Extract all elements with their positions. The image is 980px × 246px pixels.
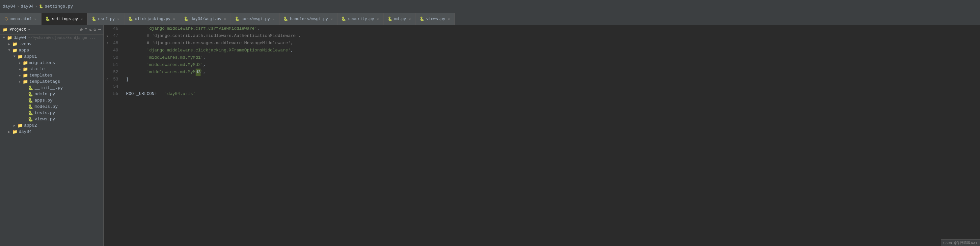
expand-arrow[interactable]: ▶ [17,73,22,77]
breadcrumb-file: 🐍 settings.py [39,4,73,9]
sidebar-item-label: day04 [19,129,32,134]
tab-close-button[interactable]: ✕ [34,16,37,22]
tab-close-button[interactable]: ✕ [376,16,379,22]
tab-clickjacking-py[interactable]: 🐍 clickjacking.py ✕ [124,13,180,25]
tab-close-button[interactable]: ✕ [330,16,333,22]
py-file-icon: 🐍 [45,17,50,21]
expand-arrow[interactable]: ▶ [6,130,12,134]
tab-label: settings.py [52,17,78,21]
folder-icon: 📁 [12,42,18,46]
sidebar-item-label: tests.py [35,110,55,115]
tab-views-py[interactable]: 🐍 views.py ✕ [415,13,455,25]
tab-close-button[interactable]: ✕ [272,16,275,22]
tab-close-button[interactable]: ✕ [117,16,120,22]
sort-icon[interactable]: ⇅ [89,27,92,32]
py-file-icon: 🐍 [283,17,288,21]
sidebar-item-day04[interactable]: ▼ 📁 day04 ~/PycharmProjects/5x_django_..… [0,35,103,41]
code-line-53: ] [126,76,980,83]
expand-arrow[interactable]: ▼ [6,48,12,52]
code-line-54 [126,83,980,90]
py-file-icon: 🐍 [28,92,33,97]
sidebar-item-tests-py[interactable]: 🐍 tests.py [0,110,103,116]
tab-close-button[interactable]: ✕ [80,16,83,22]
py-file-icon: 🐍 [28,86,33,90]
sidebar-item-views-py[interactable]: 🐍 views.py [0,116,103,122]
tab-handlers-wsgi-py[interactable]: 🐍 handlers/wsgi.py ✕ [280,13,337,25]
folder-icon: 📁 [22,61,28,65]
expand-arrow[interactable]: ▼ [1,36,6,40]
tab-settings-py[interactable]: 🐍 settings.py ✕ [41,13,88,25]
code-editor[interactable]: 46 47◇ 48◇ 49 50 51 52 53◇ 54 55 'django… [104,25,980,246]
tab-core-wsgi-py[interactable]: 🐍 core/wsgi.py ✕ [231,13,279,25]
expand-arrow[interactable]: ▼ [12,55,17,58]
sidebar-item-label: static [29,67,45,72]
sidebar-item-app02[interactable]: ▶ 📁 app02 [0,122,103,129]
sidebar-item-admin-py[interactable]: 🐍 admin.py [0,91,103,97]
tab-close-button[interactable]: ✕ [408,16,411,22]
line-num-49: 49 [104,47,121,54]
line-num-54: 54 [104,83,121,90]
sidebar-item-label: app01 [24,54,37,59]
project-icon: 📁 [3,27,8,32]
tab-bar: ⬡ menu.html ✕ 🐍 settings.py ✕ 🐍 csrf.py … [0,13,980,25]
sidebar-item-label: apps [19,48,29,53]
tab-md-py[interactable]: 🐍 md.py ✕ [383,13,415,25]
sidebar: 📁 Project ▼ ⊕ ≡ ⇅ ⚙ — ▼ 📁 day04 ~/Pychar… [0,25,104,246]
sidebar-item-apps[interactable]: ▼ 📁 apps [0,47,103,53]
breadcrumb-day04-2: day04 [21,4,33,9]
main-layout: 📁 Project ▼ ⊕ ≡ ⇅ ⚙ — ▼ 📁 day04 ~/Pychar… [0,25,980,246]
code-line-50: 'middlewares.md.MyMd1', [126,54,980,61]
tab-close-button[interactable]: ✕ [223,16,227,22]
tab-label: clickjacking.py [135,17,170,21]
sidebar-item-templatetags[interactable]: ▶ 📁 templatetags [0,78,103,85]
chevron-down-icon[interactable]: ▼ [28,28,30,32]
folder-icon: 📁 [6,36,13,40]
sidebar-item-label: __init__.py [35,85,63,90]
folder-icon: 📁 [12,129,18,134]
tab-menu-html[interactable]: ⬡ menu.html ✕ [0,13,41,25]
tab-close-button[interactable]: ✕ [173,16,176,22]
tab-close-button[interactable]: ✕ [447,16,450,22]
line-num-47: 47◇ [104,32,121,40]
sidebar-item-apps-py[interactable]: 🐍 apps.py [0,97,103,104]
breadcrumb-file-icon: 🐍 [39,4,43,9]
sidebar-item-label: templates [29,73,52,78]
locate-icon[interactable]: ⊕ [80,27,83,32]
breadcrumb-day04: day04 [3,4,16,9]
expand-arrow[interactable]: ▶ [17,67,22,71]
py-file-icon: 🐍 [129,17,133,21]
code-line-48: # 'django.contrib.messages.middleware.Me… [126,40,980,47]
expand-arrow[interactable]: ▶ [17,80,22,84]
sidebar-item-venv[interactable]: ▶ 📁 .venv [0,41,103,47]
folder-icon: 📁 [22,80,28,84]
expand-arrow[interactable]: ▶ [6,42,12,46]
sidebar-item-migrations[interactable]: ▶ 📁 migrations [0,60,103,66]
tab-day04-wsgi-py[interactable]: 🐍 day04/wsgi.py ✕ [180,13,231,25]
code-line-47: # 'django.contrib.auth.middleware.Authen… [126,32,980,40]
expand-arrow[interactable]: ▶ [17,61,22,65]
sidebar-item-label: app02 [24,123,37,128]
sidebar-header: 📁 Project ▼ ⊕ ≡ ⇅ ⚙ — [0,25,103,35]
folder-icon: 📁 [17,123,23,128]
close-sidebar-icon[interactable]: — [98,27,101,32]
tab-label: views.py [426,17,445,21]
sidebar-header-icons: ⊕ ≡ ⇅ ⚙ — [80,27,101,32]
sidebar-item-path: ~/PycharmProjects/5x_django_... [28,36,96,40]
py-file-icon: 🐍 [342,17,346,21]
sidebar-item-templates[interactable]: ▶ 📁 templates [0,72,103,78]
expand-arrow[interactable]: ▶ [12,124,17,128]
code-lines: 'django.middleware.csrf.CsrfViewMiddlewa… [124,25,980,97]
top-bar: day04 › day04 › 🐍 settings.py [0,0,980,13]
tab-security-py[interactable]: 🐍 security.py ✕ [337,13,383,25]
collapse-icon[interactable]: ≡ [84,27,87,32]
status-bar: CSDN @冬日呱呱631 [941,240,980,246]
sidebar-item-models-py[interactable]: 🐍 models.py [0,104,103,110]
sidebar-item-app01[interactable]: ▼ 📁 app01 [0,53,103,60]
folder-icon: 📁 [22,67,28,72]
sidebar-item-day04-folder[interactable]: ▶ 📁 day04 [0,129,103,135]
sidebar-item-init-py[interactable]: 🐍 __init__.py [0,85,103,91]
settings-icon[interactable]: ⚙ [94,27,96,32]
tab-csrf-py[interactable]: 🐍 csrf.py ✕ [88,13,124,25]
sidebar-item-label: views.py [35,117,55,122]
sidebar-item-static[interactable]: ▶ 📁 static [0,66,103,72]
